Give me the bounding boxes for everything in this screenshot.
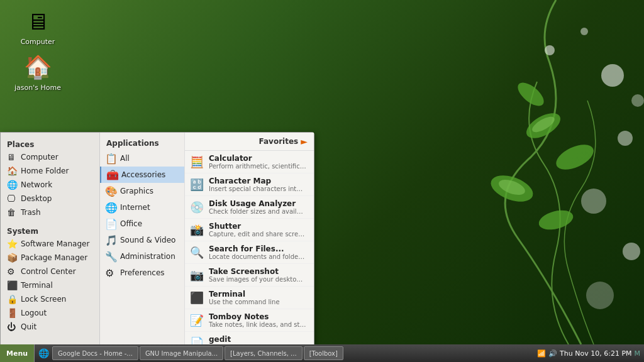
taskbar-clock: Thu Nov 10, 6:21 PM — [560, 349, 631, 358]
favorites-arrow-icon: ► — [301, 136, 308, 146]
sound-video-icon: 🎵 — [105, 234, 116, 246]
take-screenshot-icon: 📷 — [190, 268, 204, 282]
fav-character-map[interactable]: 🔡 Character Map Insert special character… — [185, 173, 314, 196]
system-software-manager[interactable]: ⭐ Software Manager — [1, 237, 99, 251]
system-lock-label: Lock Screen — [21, 295, 66, 304]
terminal-sys-icon: ⬛ — [7, 280, 17, 290]
places-trash-label: Trash — [21, 208, 41, 217]
cat-internet-label: Internet — [120, 203, 150, 212]
svg-point-10 — [623, 243, 640, 260]
system-software-label: Software Manager — [21, 239, 89, 248]
terminal-fav-name: Terminal — [209, 290, 280, 299]
desktop-icon-item: 🖵 — [7, 194, 17, 204]
svg-point-8 — [618, 131, 633, 146]
shutter-name: Shutter — [209, 222, 306, 231]
svg-point-4 — [552, 140, 597, 175]
system-terminal-label: Terminal — [21, 281, 53, 290]
graphics-icon: 🎨 — [105, 185, 116, 197]
taskbar-mintmenu-icon: M — [635, 349, 641, 358]
taskbar-right-area: 📶 🔊 Thu Nov 10, 6:21 PM M — [537, 349, 644, 358]
desktop-icons: 🖥 Computer 🏠 jason's Home — [13, 6, 63, 92]
calculator-icon: 🧮 — [190, 155, 204, 169]
svg-point-7 — [601, 64, 624, 87]
search-files-name: Search for Files... — [209, 244, 306, 253]
software-manager-icon: ⭐ — [7, 239, 17, 249]
places-computer[interactable]: 🖥 Computer — [1, 150, 99, 164]
taskbar-network-icon: 📶 — [537, 349, 546, 358]
system-logout-label: Logout — [21, 309, 47, 317]
places-network[interactable]: 🌐 Network — [1, 178, 99, 192]
home-icon[interactable]: 🏠 jason's Home — [13, 52, 63, 92]
preferences-icon: ⚙ — [105, 267, 116, 278]
taskbar: Menu 🌐 Google Docs - Home -... GNU Image… — [0, 344, 644, 362]
cat-office[interactable]: 📄 Office — [100, 216, 184, 232]
tomboy-notes-name: Tomboy Notes — [209, 312, 306, 321]
favorites-column: Favorites ► 🧮 Calculator Perform arithme… — [185, 133, 314, 354]
places-trash[interactable]: 🗑 Trash — [1, 206, 99, 219]
places-desktop[interactable]: 🖵 Desktop — [1, 192, 99, 206]
control-center-icon: ⚙ — [7, 266, 17, 277]
system-control-center[interactable]: ⚙ Control Center — [1, 265, 99, 278]
svg-point-1 — [487, 170, 536, 207]
system-title: System — [1, 224, 99, 237]
svg-point-0 — [523, 108, 565, 143]
computer-icon[interactable]: 🖥 Computer — [13, 6, 63, 46]
taskbar-app-gimp[interactable]: GNU Image Manipula... — [140, 346, 223, 360]
office-icon: 📄 — [105, 218, 116, 229]
fav-calculator[interactable]: 🧮 Calculator Perform arithmetic, scienti… — [185, 151, 314, 173]
cat-preferences-label: Preferences — [120, 268, 165, 277]
system-control-label: Control Center — [21, 267, 76, 276]
cat-accessories-label: Accessories — [121, 170, 165, 179]
svg-point-5 — [530, 114, 557, 135]
cat-graphics[interactable]: 🎨 Graphics — [100, 183, 184, 199]
taskbar-menu-button[interactable]: Menu — [0, 344, 35, 362]
cat-administration[interactable]: 🔧 Administration — [100, 248, 184, 265]
logout-icon: 🚪 — [7, 308, 17, 318]
fav-tomboy-notes[interactable]: 📝 Tomboy Notes Take notes, link ideas, a… — [185, 309, 314, 332]
disk-usage-desc: Check folder sizes and available di... — [209, 208, 306, 215]
quit-icon: ⏻ — [7, 322, 17, 332]
cat-administration-label: Administration — [120, 252, 175, 261]
fav-disk-usage[interactable]: 💿 Disk Usage Analyzer Check folder sizes… — [185, 196, 314, 219]
taskbar-app-toolbox[interactable]: [Toolbox] — [304, 346, 343, 360]
cat-all[interactable]: 📋 All — [100, 150, 184, 167]
taskbar-app-layers[interactable]: [Layers, Channels, ... — [225, 346, 303, 360]
system-quit[interactable]: ⏻ Quit — [1, 320, 99, 334]
system-lock-screen[interactable]: 🔒 Lock Screen — [1, 292, 99, 306]
system-logout[interactable]: 🚪 Logout — [1, 306, 99, 320]
fav-search-files[interactable]: 🔍 Search for Files... Locate documents a… — [185, 241, 314, 264]
cat-preferences[interactable]: ⚙ Preferences — [100, 265, 184, 281]
disk-usage-icon: 💿 — [190, 200, 204, 214]
calculator-name: Calculator — [209, 154, 306, 163]
system-terminal[interactable]: ⬛ Terminal — [1, 278, 99, 292]
svg-point-2 — [536, 207, 575, 233]
system-package-manager[interactable]: 📦 Package Manager — [1, 251, 99, 265]
favorites-title: Favorites — [259, 137, 299, 146]
places-computer-label: Computer — [21, 153, 58, 162]
disk-usage-name: Disk Usage Analyzer — [209, 199, 306, 208]
taskbar-browser-icon[interactable]: 🌐 — [36, 346, 51, 361]
cat-accessories[interactable]: 🧰 Accessories — [100, 167, 184, 183]
menu-panel: Places 🖥 Computer 🏠 Home Folder 🌐 Networ… — [0, 132, 314, 362]
fav-take-screenshot[interactable]: 📷 Take Screenshot Save images of your de… — [185, 264, 314, 287]
internet-icon: 🌐 — [105, 202, 116, 213]
svg-point-13 — [631, 94, 644, 107]
places-desktop-label: Desktop — [21, 194, 52, 203]
cat-internet[interactable]: 🌐 Internet — [100, 199, 184, 216]
taskbar-volume-icon: 🔊 — [548, 349, 557, 358]
character-map-desc: Insert special characters into docu... — [209, 185, 306, 192]
places-system-column: Places 🖥 Computer 🏠 Home Folder 🌐 Networ… — [1, 133, 100, 354]
system-package-label: Package Manager — [21, 253, 87, 262]
applications-column: Applications 📋 All 🧰 Accessories 🎨 Graph… — [100, 133, 185, 354]
terminal-fav-desc: Use the command line — [209, 299, 280, 305]
cat-sound-video[interactable]: 🎵 Sound & Video — [100, 232, 184, 248]
administration-icon: 🔧 — [105, 251, 116, 262]
shutter-desc: Capture, edit and share screenshots — [209, 231, 306, 238]
computer-icon-label: Computer — [21, 38, 55, 46]
places-home-folder[interactable]: 🏠 Home Folder — [1, 164, 99, 178]
taskbar-app-google-docs[interactable]: Google Docs - Home -... — [52, 346, 138, 360]
terminal-fav-icon: ⬛ — [190, 291, 204, 305]
shutter-icon: 📸 — [190, 223, 204, 237]
fav-shutter[interactable]: 📸 Shutter Capture, edit and share screen… — [185, 219, 314, 241]
fav-terminal[interactable]: ⬛ Terminal Use the command line — [185, 287, 314, 309]
